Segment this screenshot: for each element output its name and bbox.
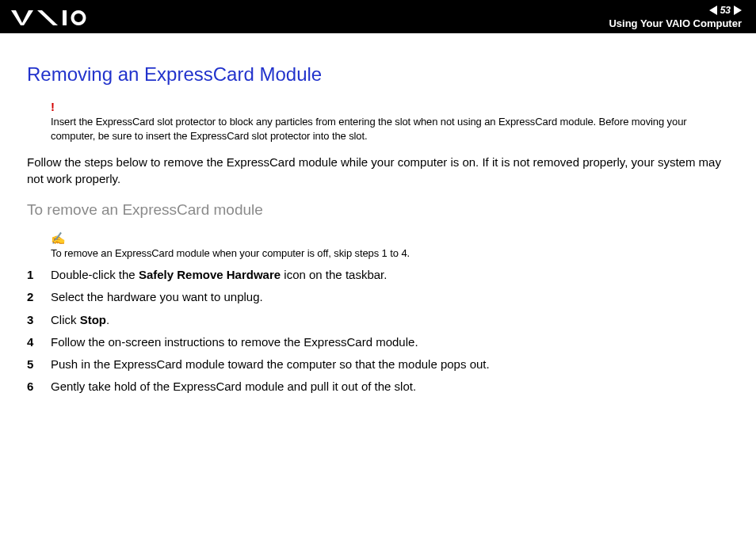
caution-block: ! Insert the ExpressCard slot protector … (51, 100, 729, 143)
note-block: ✍ To remove an ExpressCard module when y… (51, 231, 729, 259)
header-right: 53 Using Your VAIO Computer (609, 5, 742, 29)
caution-text: Insert the ExpressCard slot protector to… (51, 115, 729, 143)
prev-page-arrow-icon[interactable] (709, 6, 717, 15)
step-text: Click (51, 313, 80, 326)
svg-rect-0 (63, 10, 67, 25)
intro-text: Follow the steps below to remove the Exp… (27, 154, 729, 187)
header-bar: 53 Using Your VAIO Computer (0, 0, 756, 33)
step-text: . (106, 313, 109, 326)
page-content: Removing an ExpressCard Module ! Insert … (0, 33, 756, 395)
list-item: Follow the on-screen instructions to rem… (27, 334, 729, 350)
page-number: 53 (720, 5, 731, 16)
vaio-logo (11, 0, 98, 33)
step-text: Select the hardware you want to unplug. (51, 290, 263, 303)
breadcrumb: Using Your VAIO Computer (609, 17, 742, 29)
caution-icon: ! (51, 100, 729, 113)
page-title: Removing an ExpressCard Module (27, 63, 729, 86)
list-item: Click Stop. (27, 312, 729, 328)
step-text: Double-click the (51, 268, 139, 281)
section-subhead: To remove an ExpressCard module (27, 201, 729, 219)
list-item: Gently take hold of the ExpressCard modu… (27, 379, 729, 395)
note-icon: ✍ (51, 231, 729, 246)
note-text: To remove an ExpressCard module when you… (51, 247, 729, 259)
step-bold: Safely Remove Hardware (139, 268, 281, 281)
step-text: Follow the on-screen instructions to rem… (51, 335, 418, 349)
step-text: Gently take hold of the ExpressCard modu… (51, 380, 416, 393)
list-item: Push in the ExpressCard module toward th… (27, 357, 729, 372)
list-item: Double-click the Safely Remove Hardware … (27, 267, 729, 283)
step-text: Push in the ExpressCard module toward th… (51, 357, 490, 371)
step-bold: Stop (80, 313, 106, 326)
steps-list: Double-click the Safely Remove Hardware … (27, 267, 729, 395)
list-item: Select the hardware you want to unplug. (27, 289, 729, 305)
page-nav: 53 (709, 5, 742, 16)
step-text: icon on the taskbar. (281, 268, 387, 281)
next-page-arrow-icon[interactable] (734, 6, 742, 15)
